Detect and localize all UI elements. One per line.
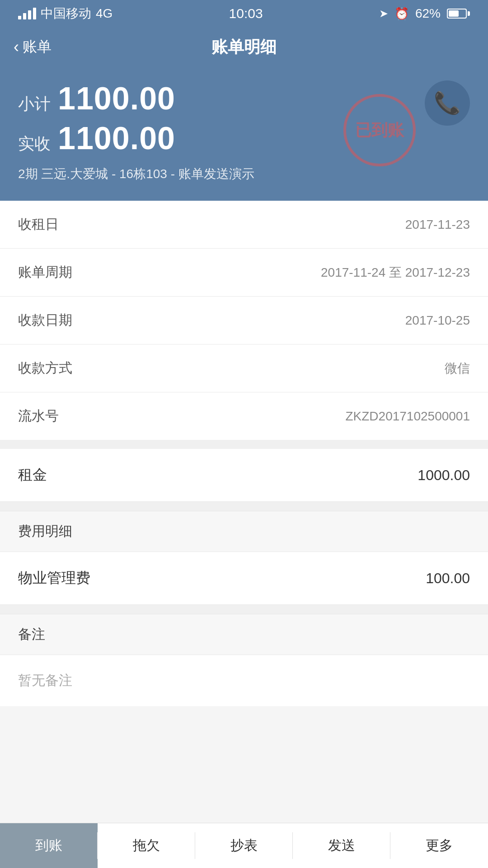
- header-section: 小计 1100.00 实收 1100.00 2期 三远.大爱城 - 16栋103…: [0, 67, 488, 201]
- detail-value-1: 2017-11-24 至 2017-12-23: [321, 264, 470, 281]
- notes-section: 暂无备注: [0, 655, 488, 706]
- detail-row-0: 收租日 2017-11-23: [0, 201, 488, 249]
- fee-item-row-0: 物业管理费 100.00: [0, 552, 488, 605]
- divider-2: [0, 502, 488, 511]
- rent-value: 1000.00: [418, 467, 470, 484]
- header-info: 2期 三远.大爱城 - 16栋103 - 账单发送演示: [18, 165, 470, 183]
- battery-icon: [447, 9, 470, 19]
- detail-value-2: 2017-10-25: [405, 313, 470, 328]
- rent-label: 租金: [18, 465, 47, 485]
- notes-section-header: 备注: [0, 614, 488, 655]
- status-right: ➤ ⏰ 62%: [379, 6, 470, 21]
- detail-label-0: 收租日: [18, 215, 59, 234]
- network-label: 4G: [96, 6, 113, 21]
- received-row: 实收 1100.00: [18, 120, 470, 156]
- detail-value-3: 微信: [445, 360, 470, 377]
- rent-item-row: 租金 1000.00: [0, 449, 488, 502]
- tab-daozh-label: 到账: [35, 836, 62, 855]
- detail-row-2: 收款日期 2017-10-25: [0, 297, 488, 344]
- back-button[interactable]: ‹ 账单: [14, 37, 52, 57]
- time-label: 10:03: [229, 6, 263, 21]
- detail-section: 收租日 2017-11-23 账单周期 2017-11-24 至 2017-12…: [0, 201, 488, 440]
- tab-tuoqian[interactable]: 拖欠: [98, 823, 195, 868]
- signal-icon: [18, 8, 36, 19]
- notes-empty-text: 暂无备注: [0, 655, 488, 706]
- detail-label-1: 账单周期: [18, 263, 72, 282]
- phone-button[interactable]: 📞: [425, 80, 470, 126]
- back-arrow-icon: ‹: [14, 39, 19, 55]
- back-label: 账单: [23, 37, 52, 57]
- detail-value-0: 2017-11-23: [405, 217, 470, 232]
- detail-value-4: ZKZD2017102500001: [345, 409, 470, 424]
- tab-chaobiao-label: 抄表: [230, 836, 258, 855]
- tab-fasong[interactable]: 发送: [293, 823, 390, 868]
- divider-3: [0, 605, 488, 614]
- tab-gengduo[interactable]: 更多: [390, 823, 488, 868]
- nav-bar: ‹ 账单 账单明细: [0, 27, 488, 67]
- carrier-label: 中国移动: [41, 5, 91, 22]
- battery-label: 62%: [415, 6, 441, 21]
- detail-label-3: 收款方式: [18, 359, 72, 377]
- tab-chaobiao[interactable]: 抄表: [195, 823, 293, 868]
- page-title: 账单明细: [211, 36, 277, 58]
- status-left: 中国移动 4G: [18, 5, 113, 22]
- location-icon: ➤: [379, 7, 388, 20]
- fee-item-value-0: 100.00: [426, 570, 470, 587]
- subtotal-value: 1100.00: [58, 80, 175, 117]
- received-value: 1100.00: [58, 120, 175, 156]
- status-bar: 中国移动 4G 10:03 ➤ ⏰ 62%: [0, 0, 488, 27]
- received-label: 实收: [18, 133, 51, 155]
- detail-row-4: 流水号 ZKZD2017102500001: [0, 392, 488, 440]
- fee-section-header: 费用明细: [0, 511, 488, 552]
- tab-gengduo-label: 更多: [426, 836, 453, 855]
- alarm-icon: ⏰: [394, 7, 409, 21]
- notes-title: 备注: [18, 627, 45, 642]
- header-amounts: 小计 1100.00 实收 1100.00: [18, 80, 470, 156]
- detail-row-1: 账单周期 2017-11-24 至 2017-12-23: [0, 249, 488, 297]
- bottom-spacer: [0, 706, 488, 760]
- phone-icon: 📞: [434, 90, 461, 116]
- subtotal-row: 小计 1100.00: [18, 80, 470, 117]
- tab-tuoqian-label: 拖欠: [133, 836, 160, 855]
- tab-bar: 到账 拖欠 抄表 发送 更多: [0, 823, 488, 868]
- fee-section-title: 费用明细: [18, 524, 72, 538]
- subtotal-label: 小计: [18, 93, 51, 115]
- detail-label-2: 收款日期: [18, 311, 72, 330]
- detail-row-3: 收款方式 微信: [0, 344, 488, 392]
- tab-fasong-label: 发送: [328, 836, 355, 855]
- detail-label-4: 流水号: [18, 407, 59, 425]
- divider-1: [0, 440, 488, 449]
- tab-daozh[interactable]: 到账: [0, 823, 98, 868]
- fee-item-label-0: 物业管理费: [18, 568, 90, 588]
